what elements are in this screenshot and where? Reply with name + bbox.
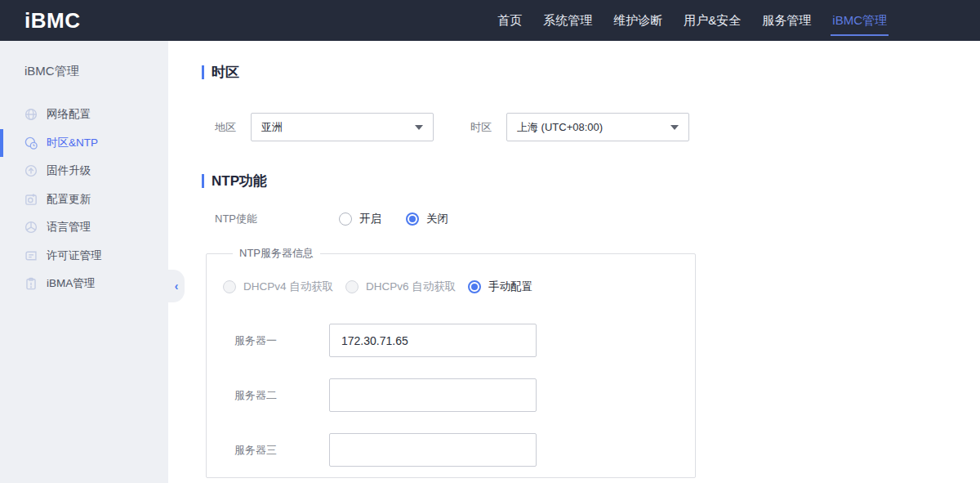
timezone-select[interactable]: 上海 (UTC+08:00)	[506, 113, 689, 141]
radio-icon[interactable]	[339, 212, 352, 226]
server-two-row: 服务器二	[223, 378, 695, 412]
timezone-select-value: 上海 (UTC+08:00)	[517, 120, 603, 135]
section-accent-bar	[202, 174, 204, 188]
server-one-label: 服务器一	[234, 333, 329, 348]
sidebar-item-language[interactable]: 语言管理	[0, 213, 168, 242]
ntp-section-title: NTP功能	[202, 172, 980, 190]
config-update-icon	[24, 193, 38, 206]
server-three-row: 服务器三	[223, 433, 695, 467]
sidebar-item-ibma[interactable]: iBMA管理	[0, 270, 168, 298]
ntp-enable-on-radio[interactable]: 开启	[339, 212, 381, 226]
section-title-text: NTP功能	[212, 172, 267, 190]
sidebar: iBMC管理 网络配置 时区&NTP	[0, 41, 168, 483]
ntp-enable-row: NTP使能 开启 关闭	[202, 212, 980, 226]
top-navigation: 首页 系统管理 维护诊断 用户&安全 服务管理 iBMC管理	[496, 0, 889, 41]
section-accent-bar	[202, 65, 204, 79]
timezone-label: 时区	[470, 120, 506, 135]
sidebar-collapse-button[interactable]: ‹	[168, 270, 185, 302]
timezone-clock-icon	[24, 136, 38, 150]
sidebar-item-label: 语言管理	[47, 220, 91, 235]
sidebar-item-label: iBMA管理	[47, 276, 95, 291]
region-label: 地区	[215, 120, 251, 135]
server-two-input[interactable]	[329, 378, 537, 412]
ntp-enable-off-radio[interactable]: 关闭	[406, 212, 448, 226]
sidebar-item-label: 时区&NTP	[47, 136, 98, 150]
region-select-value: 亚洲	[261, 120, 283, 135]
license-icon	[24, 249, 38, 262]
nav-item-service[interactable]: 服务管理	[760, 0, 813, 41]
ntp-server-info-group: NTP服务器信息 DHCPv4 自动获取 DHCPv6 自动获取 手动配置 服务…	[206, 246, 696, 478]
nav-item-user-security[interactable]: 用户&安全	[682, 0, 742, 41]
chevron-down-icon	[415, 125, 423, 130]
app-header: iBMC 首页 系统管理 维护诊断 用户&安全 服务管理 iBMC管理	[0, 0, 980, 41]
server-one-row: 服务器一	[223, 324, 695, 357]
server-two-label: 服务器二	[234, 388, 329, 403]
radio-icon[interactable]	[406, 212, 419, 226]
dhcpv4-auto-radio[interactable]: DHCPv4 自动获取	[223, 280, 345, 294]
language-icon	[24, 221, 38, 234]
region-select[interactable]: 亚洲	[251, 113, 434, 141]
nav-item-home[interactable]: 首页	[496, 0, 523, 41]
nav-item-maintenance[interactable]: 维护诊断	[612, 0, 664, 41]
chevron-down-icon	[670, 125, 679, 130]
sidebar-item-label: 固件升级	[47, 163, 91, 178]
sidebar-item-firmware-upgrade[interactable]: 固件升级	[0, 157, 168, 186]
manual-config-radio[interactable]: 手动配置	[468, 280, 532, 294]
clipboard-icon	[24, 277, 38, 290]
globe-icon	[24, 108, 38, 121]
sidebar-item-label: 配置更新	[47, 192, 91, 207]
dhcpv6-auto-radio[interactable]: DHCPv6 自动获取	[345, 280, 468, 294]
timezone-form-row: 地区 亚洲 时区 上海 (UTC+08:00)	[202, 113, 980, 141]
sidebar-item-license[interactable]: 许可证管理	[0, 242, 168, 271]
sidebar-item-label: 许可证管理	[47, 248, 102, 263]
server-three-input[interactable]	[329, 433, 537, 467]
server-three-label: 服务器三	[234, 443, 329, 458]
ntp-enable-label: NTP使能	[215, 212, 339, 226]
radio-icon[interactable]	[468, 280, 481, 293]
nav-item-system[interactable]: 系统管理	[541, 0, 594, 41]
timezone-section-title: 时区	[202, 63, 980, 82]
radio-label: DHCPv4 自动获取	[243, 280, 333, 294]
sidebar-item-config-update[interactable]: 配置更新	[0, 186, 168, 214]
ntp-server-mode-radio-group: DHCPv4 自动获取 DHCPv6 自动获取 手动配置	[223, 280, 695, 294]
radio-icon[interactable]	[223, 280, 236, 293]
ibmc-logo: iBMC	[24, 8, 80, 34]
radio-icon[interactable]	[345, 280, 359, 293]
section-title-text: 时区	[212, 63, 239, 82]
main-content: 时区 地区 亚洲 时区 上海 (UTC+08:00) NTP功能 NTP使能	[168, 41, 980, 483]
page-body: iBMC管理 网络配置 时区&NTP	[0, 41, 980, 483]
server-one-input[interactable]	[329, 324, 537, 357]
radio-label: DHCPv6 自动获取	[366, 280, 456, 294]
radio-label: 开启	[359, 212, 381, 226]
radio-label: 关闭	[426, 212, 448, 226]
ntp-server-info-legend: NTP服务器信息	[233, 246, 320, 261]
sidebar-item-network-config[interactable]: 网络配置	[0, 101, 168, 129]
nav-item-ibmc-management[interactable]: iBMC管理	[831, 0, 889, 41]
sidebar-item-label: 网络配置	[47, 107, 91, 122]
radio-label: 手动配置	[488, 280, 532, 294]
firmware-upload-icon	[24, 164, 38, 177]
chevron-left-icon: ‹	[175, 280, 179, 293]
sidebar-item-timezone-ntp[interactable]: 时区&NTP	[0, 129, 168, 158]
sidebar-title: iBMC管理	[0, 64, 168, 79]
ntp-enable-radio-group: 开启 关闭	[339, 212, 448, 226]
